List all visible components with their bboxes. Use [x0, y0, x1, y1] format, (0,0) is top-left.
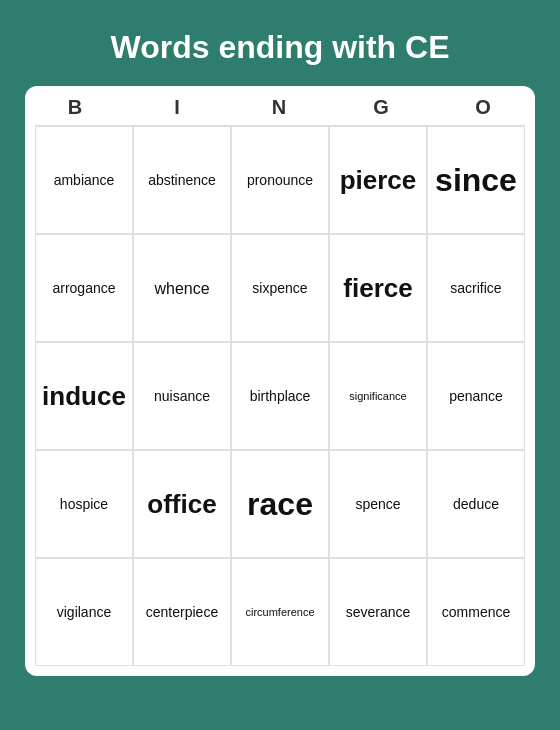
page-title: Words ending with CE [91, 0, 470, 76]
grid-cell: pierce [329, 126, 427, 234]
grid-cell: significance [329, 342, 427, 450]
grid-cell: birthplace [231, 342, 329, 450]
header-letter: G [331, 96, 433, 119]
grid-cell: deduce [427, 450, 525, 558]
grid-cell: centerpiece [133, 558, 231, 666]
grid-cell: pronounce [231, 126, 329, 234]
grid-cell: sixpence [231, 234, 329, 342]
grid-cell: whence [133, 234, 231, 342]
grid-cell: commence [427, 558, 525, 666]
header-letter: N [229, 96, 331, 119]
header-letter: O [433, 96, 535, 119]
grid-cell: abstinence [133, 126, 231, 234]
bingo-header: BINGO [25, 86, 535, 125]
grid-cell: sacrifice [427, 234, 525, 342]
grid-cell: penance [427, 342, 525, 450]
grid-cell: circumference [231, 558, 329, 666]
grid-cell: nuisance [133, 342, 231, 450]
header-letter: B [25, 96, 127, 119]
grid-cell: since [427, 126, 525, 234]
grid-cell: fierce [329, 234, 427, 342]
grid-cell: arrogance [35, 234, 133, 342]
grid-cell: ambiance [35, 126, 133, 234]
bingo-grid: ambianceabstinencepronouncepiercesincear… [35, 125, 525, 666]
grid-cell: induce [35, 342, 133, 450]
grid-cell: vigilance [35, 558, 133, 666]
grid-cell: severance [329, 558, 427, 666]
grid-cell: race [231, 450, 329, 558]
grid-cell: office [133, 450, 231, 558]
grid-cell: hospice [35, 450, 133, 558]
bingo-card: BINGO ambianceabstinencepronouncepierces… [25, 86, 535, 676]
grid-cell: spence [329, 450, 427, 558]
header-letter: I [127, 96, 229, 119]
